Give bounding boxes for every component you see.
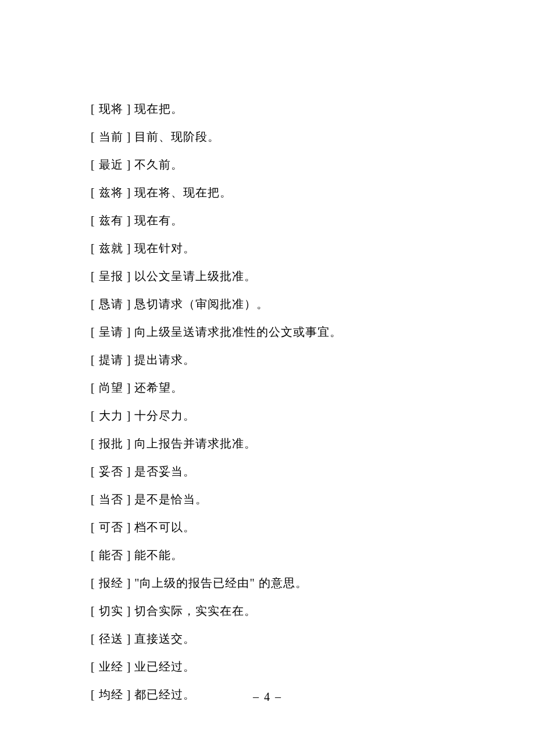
entries-list: [ 现将 ] 现在把。[ 当前 ] 目前、现阶段。[ 最近 ] 不久前。[ 兹将… (91, 100, 477, 703)
glossary-entry: [ 最近 ] 不久前。 (91, 156, 477, 173)
entry-term: [ 当前 ] (91, 130, 131, 143)
entry-definition: 切合实际，实实在在。 (131, 604, 256, 617)
glossary-entry: [ 兹就 ] 现在针对。 (91, 239, 477, 257)
entry-definition: "向上级的报告已经由" 的意思。 (131, 576, 307, 589)
entry-definition: 能不能。 (131, 549, 183, 561)
entry-definition: 向上报告并请求批准。 (131, 437, 256, 450)
entry-term: [ 兹将 ] (91, 186, 131, 199)
glossary-entry: [ 可否 ] 档不可以。 (91, 518, 477, 536)
entry-term: [ 现将 ] (91, 102, 131, 115)
entry-term: [ 切实 ] (91, 604, 131, 617)
entry-definition: 十分尽力。 (131, 409, 195, 422)
entry-definition: 向上级呈送请求批准性的公文或事宜。 (131, 325, 342, 338)
glossary-entry: [ 恳请 ] 恳切请求（审阅批准）。 (91, 295, 477, 313)
entry-term: [ 报批 ] (91, 437, 131, 450)
entry-term: [ 呈报 ] (91, 270, 131, 282)
glossary-entry: [ 兹有 ] 现在有。 (91, 212, 477, 229)
entry-definition: 业已经过。 (131, 660, 195, 673)
glossary-entry: [ 大力 ] 十分尽力。 (91, 407, 477, 424)
glossary-entry: [ 尚望 ] 还希望。 (91, 379, 477, 396)
entry-definition: 是否妥当。 (131, 465, 195, 478)
entry-definition: 以公文呈请上级批准。 (131, 270, 256, 282)
entry-definition: 目前、现阶段。 (131, 130, 220, 143)
entry-term: [ 可否 ] (91, 521, 131, 533)
document-page: [ 现将 ] 现在把。[ 当前 ] 目前、现阶段。[ 最近 ] 不久前。[ 兹将… (0, 0, 535, 748)
glossary-entry: [ 报批 ] 向上报告并请求批准。 (91, 435, 477, 452)
entry-definition: 提出请求。 (131, 353, 195, 366)
entry-definition: 档不可以。 (131, 521, 195, 533)
entry-term: [ 当否 ] (91, 493, 131, 506)
page-number: – 4 – (0, 690, 535, 704)
glossary-entry: [ 提请 ] 提出请求。 (91, 351, 477, 368)
entry-definition: 是不是恰当。 (131, 493, 208, 506)
glossary-entry: [ 业经 ] 业已经过。 (91, 658, 477, 675)
entry-term: [ 尚望 ] (91, 381, 131, 394)
glossary-entry: [ 当前 ] 目前、现阶段。 (91, 128, 477, 145)
entry-term: [ 能否 ] (91, 549, 131, 561)
glossary-entry: [ 呈报 ] 以公文呈请上级批准。 (91, 267, 477, 285)
entry-term: [ 最近 ] (91, 158, 131, 171)
glossary-entry: [ 妥否 ] 是否妥当。 (91, 463, 477, 480)
entry-definition: 不久前。 (131, 158, 183, 171)
entry-term: [ 径送 ] (91, 632, 131, 645)
entry-definition: 现在把。 (131, 102, 183, 115)
entry-definition: 恳切请求（审阅批准）。 (131, 298, 269, 310)
glossary-entry: [ 切实 ] 切合实际，实实在在。 (91, 602, 477, 619)
entry-term: [ 呈请 ] (91, 325, 131, 338)
glossary-entry: [ 报经 ] "向上级的报告已经由" 的意思。 (91, 574, 477, 592)
glossary-entry: [ 现将 ] 现在把。 (91, 100, 477, 117)
glossary-entry: [ 当否 ] 是不是恰当。 (91, 490, 477, 508)
glossary-entry: [ 径送 ] 直接送交。 (91, 630, 477, 647)
entry-definition: 现在将、现在把。 (131, 186, 232, 199)
entry-term: [ 提请 ] (91, 353, 131, 366)
entry-term: [ 妥否 ] (91, 465, 131, 478)
glossary-entry: [ 兹将 ] 现在将、现在把。 (91, 184, 477, 201)
entry-definition: 现在针对。 (131, 242, 195, 255)
entry-term: [ 业经 ] (91, 660, 131, 673)
entry-definition: 还希望。 (131, 381, 183, 394)
entry-term: [ 恳请 ] (91, 298, 131, 310)
entry-term: [ 兹有 ] (91, 214, 131, 227)
glossary-entry: [ 呈请 ] 向上级呈送请求批准性的公文或事宜。 (91, 323, 477, 341)
entry-definition: 现在有。 (131, 214, 183, 227)
entry-term: [ 兹就 ] (91, 242, 131, 255)
glossary-entry: [ 能否 ] 能不能。 (91, 546, 477, 564)
entry-definition: 直接送交。 (131, 632, 195, 645)
entry-term: [ 大力 ] (91, 409, 131, 422)
entry-term: [ 报经 ] (91, 576, 131, 589)
